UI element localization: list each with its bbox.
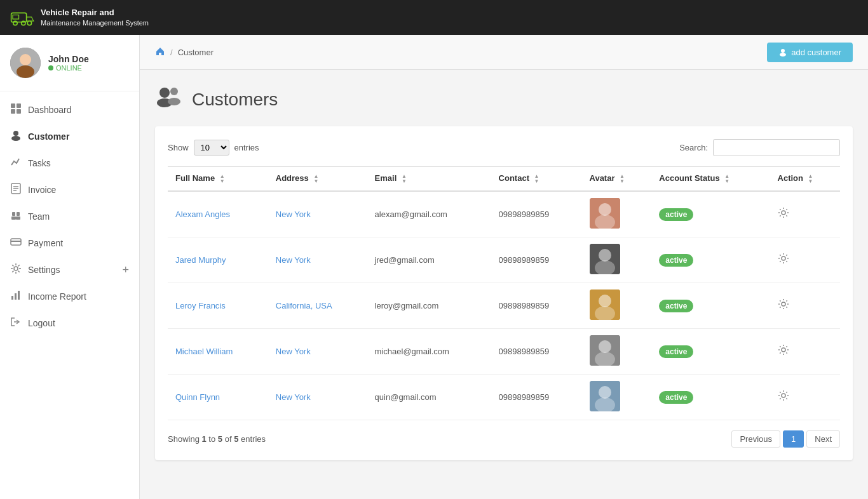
cell-action[interactable] [770, 328, 840, 374]
table-row: Alexam Angles New York alexam@gmail.com … [168, 191, 840, 237]
user-info: John Doe ONLINE [48, 54, 89, 72]
col-email[interactable]: Email ▲▼ [367, 167, 491, 191]
table-row: Quinn Flynn New York quin@gmail.com 0989… [168, 374, 840, 420]
cell-email: leroy@gmail.com [367, 283, 491, 328]
tasks-icon [10, 156, 22, 170]
table-controls: Show 10 25 50 100 entries Search: [168, 139, 840, 156]
cell-action[interactable] [770, 283, 840, 328]
breadcrumb-separator: / [170, 48, 173, 57]
svg-point-33 [170, 88, 178, 95]
svg-rect-1 [13, 15, 19, 18]
col-status[interactable]: Account Status ▲▼ [651, 167, 770, 191]
payment-icon [10, 236, 22, 250]
svg-point-44 [599, 295, 611, 307]
cell-email: alexam@gmail.com [367, 191, 491, 237]
col-fullname[interactable]: Full Name ▲▼ [168, 167, 268, 191]
entries-select[interactable]: 10 25 50 100 [194, 140, 229, 156]
sidebar-label-invoice: Invoice [28, 185, 129, 195]
pagination-info: Showing 1 to 5 of 5 entries [168, 434, 266, 444]
action-gear-icon[interactable] [778, 301, 789, 312]
action-gear-icon[interactable] [778, 347, 789, 357]
sidebar-label-income-report: Income Report [28, 291, 129, 302]
col-avatar[interactable]: Avatar ▲▼ [582, 167, 652, 191]
cell-name[interactable]: Jared Murphy [168, 237, 268, 283]
svg-point-34 [168, 98, 180, 105]
add-customer-button[interactable]: add customer [767, 43, 853, 62]
cell-name[interactable]: Michael William [168, 328, 268, 374]
sidebar-item-settings[interactable]: Settings + [0, 256, 139, 283]
cell-contact: 09898989859 [491, 191, 582, 237]
user-section: John Doe ONLINE [0, 35, 139, 91]
cell-action[interactable] [770, 237, 840, 283]
table-footer: Showing 1 to 5 of 5 entries Previous 1 N… [168, 430, 840, 448]
invoice-icon [10, 183, 22, 197]
cell-status: active [651, 374, 770, 420]
sidebar-item-logout[interactable]: Logout [0, 310, 139, 336]
svg-point-12 [13, 131, 18, 136]
table-row: Jared Murphy New York jred@gmail.com 098… [168, 237, 840, 283]
cell-status: active [651, 328, 770, 374]
cell-name[interactable]: Quinn Flynn [168, 374, 268, 420]
sort-icon-action: ▲▼ [808, 174, 813, 184]
col-action[interactable]: Action ▲▼ [770, 167, 840, 191]
next-button[interactable]: Next [806, 430, 840, 448]
dashboard-icon [10, 103, 22, 117]
svg-rect-26 [15, 293, 17, 300]
svg-point-30 [780, 53, 786, 57]
svg-rect-21 [16, 216, 20, 220]
cell-avatar [582, 374, 652, 420]
user-status: ONLINE [48, 64, 89, 72]
cell-avatar [582, 237, 652, 283]
cell-email: quin@gmail.com [367, 374, 491, 420]
table-card: Show 10 25 50 100 entries Search: [155, 126, 853, 460]
sort-icon-contact: ▲▼ [534, 174, 539, 184]
svg-rect-9 [17, 103, 21, 108]
svg-point-31 [159, 88, 170, 98]
customers-icon [155, 85, 183, 114]
col-address[interactable]: Address ▲▼ [268, 167, 367, 191]
svg-point-24 [14, 267, 18, 270]
settings-icon [10, 263, 22, 277]
sidebar-item-dashboard[interactable]: Dashboard [0, 96, 139, 123]
svg-point-7 [17, 65, 34, 78]
action-gear-icon[interactable] [778, 392, 789, 403]
logo-icon [10, 8, 36, 27]
cell-status: active [651, 283, 770, 328]
breadcrumb-bar: / Customer add customer [140, 35, 868, 70]
sidebar-label-payment: Payment [28, 238, 129, 248]
col-contact[interactable]: Contact ▲▼ [491, 167, 582, 191]
svg-rect-19 [11, 216, 16, 220]
search-input[interactable] [713, 139, 840, 156]
cell-action[interactable] [770, 374, 840, 420]
sidebar-item-income-report[interactable]: Income Report [0, 283, 139, 310]
cell-address: New York [268, 191, 367, 237]
svg-point-48 [599, 340, 611, 353]
logo-area: Vehicle Repair and Maintenance Managemen… [10, 8, 149, 27]
sort-icon-status: ▲▼ [724, 174, 729, 184]
sidebar-item-customer[interactable]: Customer [0, 123, 139, 150]
sort-icon-email: ▲▼ [402, 174, 407, 184]
team-icon [10, 210, 22, 223]
action-gear-icon[interactable] [778, 210, 789, 220]
cell-status: active [651, 191, 770, 237]
sidebar-item-tasks[interactable]: Tasks [0, 150, 139, 176]
cell-name[interactable]: Alexam Angles [168, 191, 268, 237]
sort-icon-fullname: ▲▼ [220, 174, 225, 184]
nav-menu: Dashboard Customer Tasks Invoice [0, 91, 139, 499]
data-table: Full Name ▲▼ Address ▲▼ Email ▲▼ [168, 166, 840, 420]
page-1-button[interactable]: 1 [783, 430, 804, 448]
sidebar-label-logout: Logout [28, 318, 129, 328]
previous-button[interactable]: Previous [731, 430, 780, 448]
sidebar-item-payment[interactable]: Payment [0, 230, 139, 256]
svg-point-50 [782, 348, 785, 352]
home-icon[interactable] [155, 46, 165, 58]
table-row: Leroy Francis California, USA leroy@gmai… [168, 283, 840, 328]
cell-name[interactable]: Leroy Francis [168, 283, 268, 328]
sidebar-item-invoice[interactable]: Invoice [0, 176, 139, 203]
sidebar-item-team[interactable]: Team [0, 203, 139, 230]
table-header-row: Full Name ▲▼ Address ▲▼ Email ▲▼ [168, 167, 840, 191]
cell-action[interactable] [770, 191, 840, 237]
action-gear-icon[interactable] [778, 255, 789, 266]
page-header: Customers [155, 85, 853, 114]
svg-rect-18 [12, 212, 15, 216]
